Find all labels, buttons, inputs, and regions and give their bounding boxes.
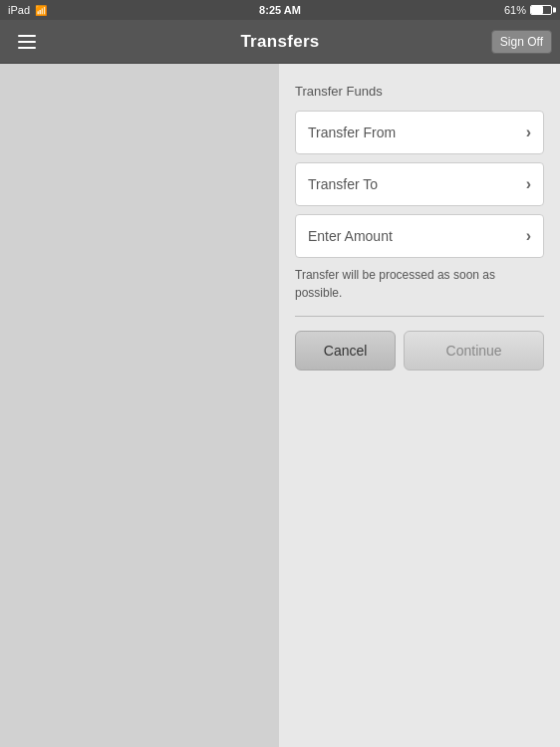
- status-time: 8:25 AM: [259, 4, 301, 16]
- transfer-to-row[interactable]: Transfer To ›: [295, 162, 544, 206]
- wifi-icon: 📶: [35, 5, 47, 16]
- transfer-from-row[interactable]: Transfer From ›: [295, 111, 544, 154]
- buttons-row: Cancel Continue: [295, 331, 544, 371]
- menu-button[interactable]: [12, 29, 42, 55]
- transfer-to-chevron-icon: ›: [526, 175, 531, 193]
- enter-amount-row[interactable]: Enter Amount ›: [295, 214, 544, 258]
- nav-bar: Transfers Sign Off: [0, 20, 560, 64]
- status-right: 61%: [504, 4, 552, 16]
- notice-text: Transfer will be processed as soon as po…: [295, 266, 544, 302]
- divider: [295, 316, 544, 317]
- section-title: Transfer Funds: [295, 84, 544, 99]
- sign-off-button[interactable]: Sign Off: [491, 30, 552, 54]
- enter-amount-chevron-icon: ›: [526, 227, 531, 245]
- transfer-from-chevron-icon: ›: [526, 124, 531, 141]
- device-label: iPad: [8, 4, 30, 16]
- main-layout: Transfer Funds Transfer From › Transfer …: [0, 64, 560, 747]
- content-panel: Transfer Funds Transfer From › Transfer …: [279, 64, 560, 747]
- status-bar: iPad 📶 8:25 AM 61%: [0, 0, 560, 20]
- transfer-to-label: Transfer To: [308, 176, 378, 192]
- battery-pct-label: 61%: [504, 4, 526, 16]
- enter-amount-label: Enter Amount: [308, 228, 393, 244]
- battery-icon: [530, 5, 552, 15]
- page-title: Transfers: [240, 32, 319, 52]
- continue-button[interactable]: Continue: [404, 331, 544, 371]
- cancel-button[interactable]: Cancel: [295, 331, 396, 371]
- transfer-from-label: Transfer From: [308, 124, 396, 140]
- status-left: iPad 📶: [8, 4, 47, 16]
- sidebar: [0, 64, 279, 747]
